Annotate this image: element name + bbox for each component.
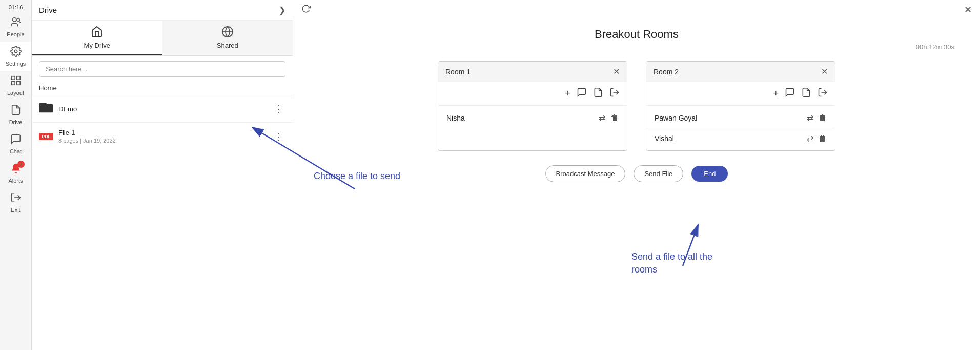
my-drive-icon (91, 26, 103, 40)
settings-icon (10, 46, 22, 60)
tab-my-drive[interactable]: My Drive (32, 21, 162, 55)
main-toolbar (293, 0, 980, 20)
sidebar-item-alerts[interactable]: ! Alerts (0, 159, 31, 188)
tab-shared[interactable]: Shared (162, 21, 293, 55)
room2-title: Room 2 (654, 68, 679, 76)
room2-close-button[interactable]: ✕ (821, 67, 828, 76)
breakout-timer: 00h:12m:30s (916, 43, 954, 51)
room1-message-button[interactable] (577, 87, 587, 100)
list-item[interactable]: PDF File-1 8 pages | Jan 19, 2022 ⋮ (32, 123, 293, 150)
sidebar-item-chat-label: Chat (10, 148, 22, 154)
room1-close-button[interactable]: ✕ (613, 67, 620, 76)
participant-name: Pawan Goyal (655, 114, 697, 122)
main-close-button[interactable]: ✕ (964, 4, 972, 15)
participant-row: Pawan Goyal ⇄ 🗑 (646, 108, 835, 128)
breakout-title: Breakout Rooms (595, 28, 679, 41)
folder-icon (39, 102, 53, 116)
svg-rect-5 (11, 82, 14, 85)
alerts-icon: ! (10, 163, 22, 177)
drive-icon (10, 104, 22, 118)
choose-file-annotation: Choose a file to send (314, 171, 400, 182)
sidebar-item-settings-label: Settings (6, 61, 26, 67)
sidebar-item-alerts-label: Alerts (8, 178, 23, 184)
participant-actions: ⇄ 🗑 (599, 113, 619, 123)
exit-icon (10, 192, 22, 206)
drive-search (32, 56, 293, 82)
send-file-button[interactable]: Send File (634, 165, 683, 182)
participant-row: Vishal ⇄ 🗑 (646, 128, 835, 148)
participant-remove-button[interactable]: 🗑 (819, 113, 827, 123)
drive-item-more-button[interactable]: ⋮ (272, 103, 285, 114)
drive-panel: Drive ❯ My Drive Shared (32, 0, 293, 350)
breakout-actions: Broadcast Message Send File End (545, 165, 728, 182)
drive-tabs: My Drive Shared (32, 21, 293, 56)
sidebar-item-people-label: People (7, 31, 24, 37)
people-icon (10, 16, 22, 30)
room2-add-button[interactable]: + (773, 88, 779, 99)
room1-file-button[interactable] (593, 87, 603, 100)
drive-item-name: DEmo (58, 105, 77, 113)
tab-shared-label: Shared (217, 42, 238, 49)
alert-badge: ! (17, 161, 25, 168)
drive-item-info: File-1 8 pages | Jan 19, 2022 (58, 129, 116, 144)
room-card-1: Room 1 ✕ + (438, 61, 627, 151)
drive-panel-title: Drive (39, 6, 57, 14)
participant-name: Vishal (655, 134, 674, 143)
tab-my-drive-label: My Drive (84, 42, 110, 49)
sidebar: 01:16 People Settings Layout (0, 0, 32, 350)
chat-icon (10, 133, 22, 147)
participant-actions: ⇄ 🗑 (807, 113, 827, 123)
drive-panel-close-button[interactable]: ❯ (279, 5, 285, 15)
send-all-arrow (631, 215, 734, 276)
drive-breadcrumb: Home (32, 82, 293, 95)
drive-item-name: File-1 (58, 129, 116, 137)
svg-point-0 (12, 18, 16, 22)
refresh-button[interactable] (301, 4, 311, 15)
participant-switch-button[interactable]: ⇄ (599, 113, 605, 123)
room1-participants: Nisha ⇄ 🗑 (438, 106, 627, 130)
sidebar-item-layout[interactable]: Layout (0, 71, 31, 100)
list-item[interactable]: DEmo ⋮ (32, 95, 293, 123)
sidebar-item-settings[interactable]: Settings (0, 42, 31, 71)
end-button[interactable]: End (691, 166, 728, 182)
participant-switch-button[interactable]: ⇄ (807, 133, 813, 143)
room2-actions: + (646, 82, 835, 106)
room1-add-button[interactable]: + (565, 88, 570, 99)
room2-header: Room 2 ✕ (646, 62, 835, 82)
room2-file-button[interactable] (801, 87, 811, 100)
drive-item-left: PDF File-1 8 pages | Jan 19, 2022 (39, 129, 116, 144)
participant-remove-button[interactable]: 🗑 (819, 134, 827, 143)
sidebar-item-exit[interactable]: Exit (0, 188, 31, 217)
room2-participants: Pawan Goyal ⇄ 🗑 Vishal ⇄ 🗑 (646, 106, 835, 150)
drive-search-input[interactable] (39, 61, 285, 77)
sidebar-item-drive[interactable]: Drive (0, 100, 31, 129)
main-content: ✕ Breakout Rooms 00h:12m:30s Room 1 ✕ + (293, 0, 980, 350)
broadcast-message-button[interactable]: Broadcast Message (545, 165, 626, 182)
room-card-2: Room 2 ✕ + (646, 61, 835, 151)
drive-panel-header: Drive ❯ (32, 0, 293, 21)
room1-enter-button[interactable] (609, 87, 620, 100)
participant-remove-button[interactable]: 🗑 (610, 113, 619, 123)
room2-message-button[interactable] (785, 87, 795, 100)
sidebar-item-people[interactable]: People (0, 12, 31, 42)
participant-row: Nisha ⇄ 🗑 (438, 108, 627, 128)
svg-rect-4 (16, 76, 19, 80)
sidebar-item-drive-label: Drive (9, 119, 23, 125)
svg-point-2 (14, 50, 17, 53)
sidebar-time: 01:16 (0, 0, 31, 12)
svg-point-1 (16, 18, 19, 22)
pdf-badge: PDF (39, 133, 53, 140)
rooms-row: Room 1 ✕ + (314, 61, 959, 151)
svg-rect-6 (16, 82, 19, 85)
sidebar-item-chat[interactable]: Chat (0, 129, 31, 159)
layout-icon (10, 75, 22, 89)
sidebar-item-layout-label: Layout (7, 90, 24, 96)
shared-icon (221, 26, 234, 40)
room1-actions: + (438, 82, 627, 106)
room2-enter-button[interactable] (818, 87, 828, 100)
participant-switch-button[interactable]: ⇄ (807, 113, 813, 123)
drive-item-meta: 8 pages | Jan 19, 2022 (58, 138, 116, 144)
drive-item-more-button[interactable]: ⋮ (272, 131, 285, 142)
participant-actions: ⇄ 🗑 (807, 133, 827, 143)
sidebar-item-exit-label: Exit (11, 207, 20, 213)
